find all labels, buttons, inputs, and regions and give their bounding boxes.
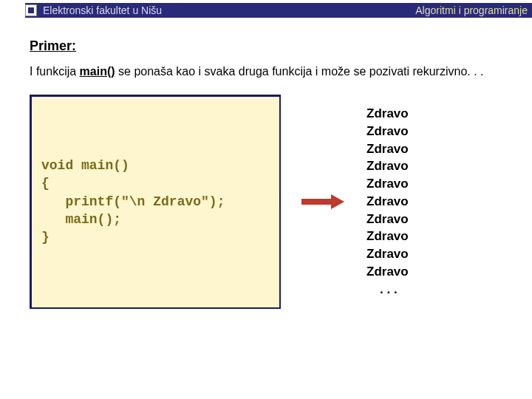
output-line: Zdravo (366, 105, 409, 123)
slide-header: Elektronski fakultet u Nišu Algoritmi i … (0, 0, 532, 19)
example-row: void main() { printf("\n Zdravo"); main(… (30, 95, 502, 309)
output-line: Zdravo (366, 123, 409, 140)
desc-text-before: I funkcija (30, 65, 80, 78)
output-column: Zdravo Zdravo Zdravo Zdravo Zdravo Zdrav… (366, 105, 409, 299)
section-description: I funkcija main() se ponaša kao i svaka … (30, 64, 502, 80)
code-listing: void main() { printf("\n Zdravo"); main(… (41, 157, 225, 246)
output-line: Zdravo (366, 140, 409, 158)
output-line: Zdravo (366, 245, 409, 263)
output-line: Zdravo (366, 263, 409, 281)
output-ellipsis: . . . (366, 281, 409, 299)
arrow-wrap (294, 194, 353, 209)
header-left-text: Elektronski fakultet u Nišu (43, 4, 162, 16)
output-line: Zdravo (366, 175, 409, 193)
slide-content: Primer: I funkcija main() se ponaša kao … (0, 19, 532, 309)
output-line: Zdravo (366, 157, 409, 175)
header-right-text: Algoritmi i programiranje (415, 4, 528, 16)
arrow-right-icon (301, 194, 346, 209)
output-line: Zdravo (366, 211, 409, 228)
output-line: Zdravo (366, 228, 409, 245)
desc-main-keyword: main() (80, 65, 115, 78)
header-bar: Elektronski fakultet u Nišu Algoritmi i … (25, 3, 532, 18)
section-title: Primer: (30, 38, 502, 54)
desc-text-after: se ponaša kao i svaka druga funkcija i m… (115, 65, 484, 78)
code-box: void main() { printf("\n Zdravo"); main(… (30, 95, 281, 309)
output-line: Zdravo (366, 193, 409, 211)
header-bullet-icon (25, 4, 37, 16)
